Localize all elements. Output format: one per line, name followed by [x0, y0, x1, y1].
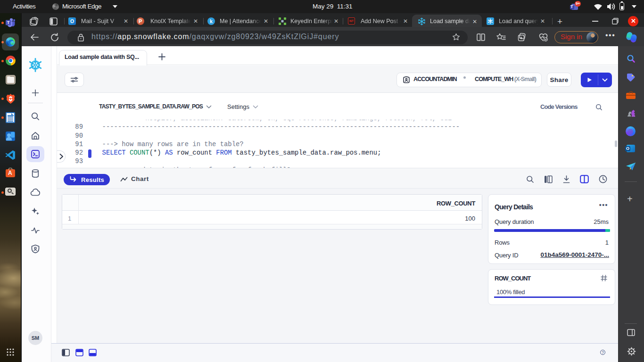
svg-text:T: T — [7, 20, 10, 25]
